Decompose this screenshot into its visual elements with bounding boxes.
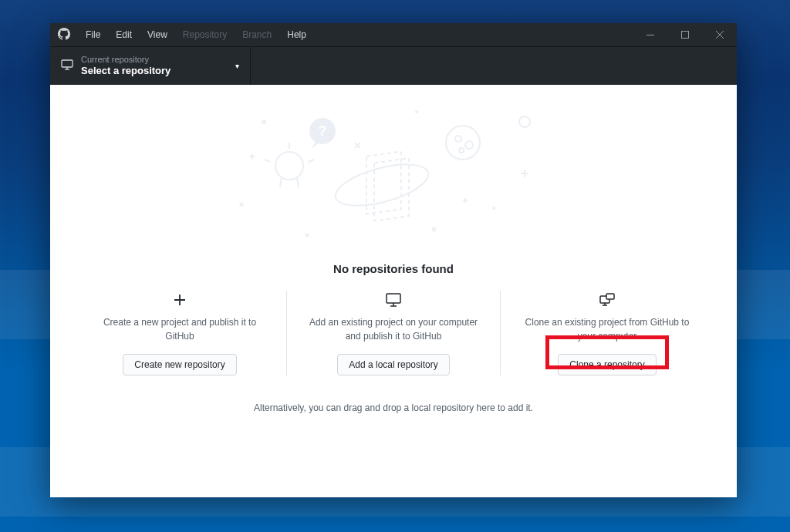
menu-edit[interactable]: Edit bbox=[110, 29, 138, 40]
svg-rect-0 bbox=[647, 35, 654, 35]
desktop-background: File Edit View Repository Branch Help bbox=[0, 0, 790, 532]
drag-drop-hint: Alternatively, you can drag and drop a l… bbox=[254, 402, 533, 413]
empty-state-illustration: ? bbox=[216, 100, 571, 254]
option-clone: Clone an existing project from GitHub to… bbox=[500, 291, 714, 375]
menu-repository: Repository bbox=[177, 29, 233, 40]
empty-state-headline: No repositories found bbox=[333, 262, 454, 275]
maximize-button[interactable] bbox=[667, 23, 702, 46]
add-local-repository-button[interactable]: Add a local repository bbox=[337, 354, 449, 375]
clone-icon bbox=[599, 291, 615, 309]
content-area: ? bbox=[50, 85, 737, 497]
svg-point-8 bbox=[275, 152, 303, 180]
option-create: Create a new project and publish it to G… bbox=[73, 291, 286, 375]
create-new-repository-button[interactable]: Create new repository bbox=[123, 354, 236, 375]
menu-help[interactable]: Help bbox=[281, 29, 312, 40]
clone-repository-button[interactable]: Clone a repository bbox=[558, 354, 656, 375]
repo-selector-value: Select a repository bbox=[81, 65, 235, 77]
menu-branch: Branch bbox=[236, 29, 278, 40]
github-logo-icon bbox=[58, 28, 70, 42]
github-desktop-window: File Edit View Repository Branch Help bbox=[50, 23, 737, 497]
computer-icon bbox=[386, 291, 401, 309]
repository-selector[interactable]: Current repository Select a repository ▾ bbox=[50, 47, 251, 85]
svg-rect-24 bbox=[606, 294, 614, 299]
toolbar: Current repository Select a repository ▾ bbox=[50, 46, 737, 85]
svg-text:?: ? bbox=[319, 123, 327, 139]
svg-point-13 bbox=[465, 141, 473, 149]
minimize-button[interactable] bbox=[633, 23, 667, 46]
svg-point-14 bbox=[459, 148, 464, 153]
svg-rect-18 bbox=[387, 294, 400, 303]
window-controls bbox=[633, 23, 737, 46]
menu-view[interactable]: View bbox=[141, 29, 174, 40]
repo-selector-label: Current repository bbox=[81, 55, 235, 65]
svg-rect-2 bbox=[62, 60, 73, 67]
svg-rect-1 bbox=[681, 32, 688, 39]
chevron-down-icon: ▾ bbox=[235, 62, 239, 70]
svg-point-17 bbox=[492, 207, 495, 210]
svg-point-15 bbox=[519, 116, 530, 127]
svg-point-11 bbox=[446, 126, 480, 160]
plus-icon bbox=[174, 291, 186, 309]
close-button[interactable] bbox=[702, 23, 737, 46]
svg-point-12 bbox=[455, 136, 461, 142]
titlebar: File Edit View Repository Branch Help bbox=[50, 23, 737, 46]
option-create-desc: Create a new project and publish it to G… bbox=[95, 315, 265, 343]
option-add-desc: Add an existing project on your computer… bbox=[309, 315, 478, 343]
menu-bar: File Edit View Repository Branch Help bbox=[79, 29, 633, 40]
svg-point-16 bbox=[415, 110, 418, 113]
desktop-icon bbox=[61, 59, 73, 74]
option-add: Add an existing project on your computer… bbox=[286, 291, 500, 375]
option-clone-desc: Clone an existing project from GitHub to… bbox=[522, 315, 692, 343]
svg-point-5 bbox=[331, 157, 432, 214]
options-row: Create a new project and publish it to G… bbox=[50, 291, 737, 375]
menu-file[interactable]: File bbox=[79, 29, 106, 40]
